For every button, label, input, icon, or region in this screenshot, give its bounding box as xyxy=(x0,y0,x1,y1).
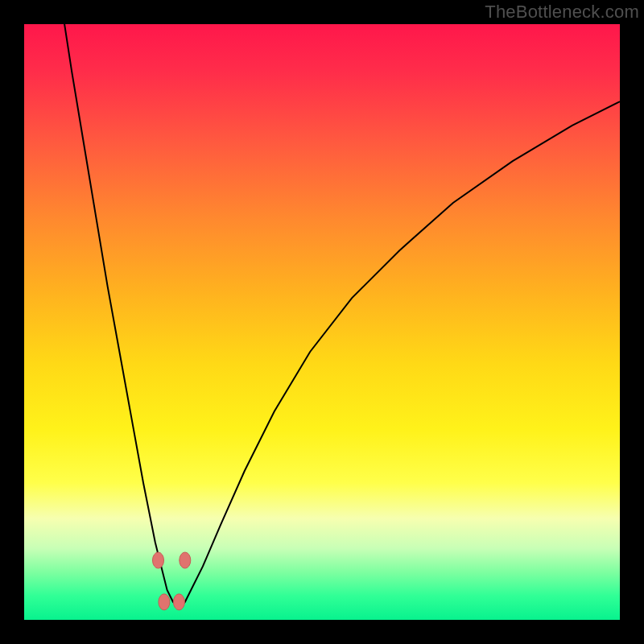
chart-v-curve xyxy=(60,24,620,608)
chart-area xyxy=(24,24,620,620)
chart-marker xyxy=(153,552,164,568)
chart-markers xyxy=(153,552,191,610)
chart-marker xyxy=(180,552,191,568)
chart-marker xyxy=(173,594,184,610)
watermark-text: TheBottleneck.com xyxy=(485,2,639,23)
chart-marker xyxy=(159,594,170,610)
chart-curve-layer xyxy=(24,24,620,620)
